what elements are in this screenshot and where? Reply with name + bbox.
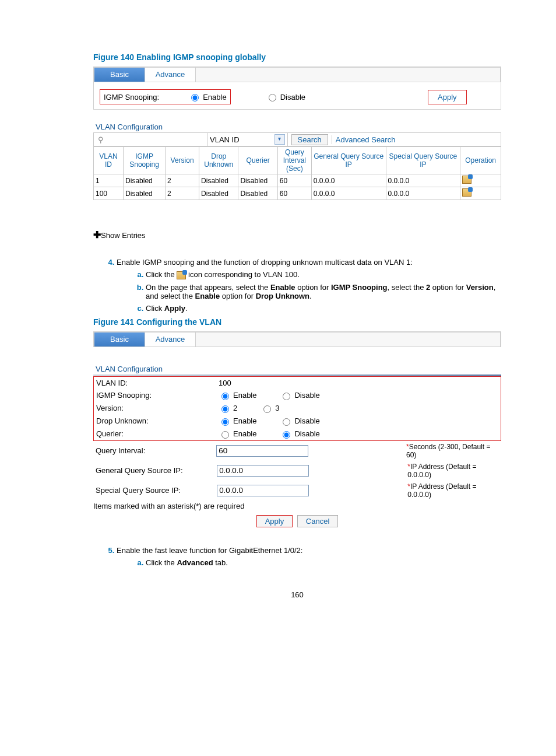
step-4a: Click the icon corresponding to VLAN 100…	[146, 270, 501, 279]
fig141-tabs: Basic Advance	[94, 332, 501, 346]
cell: Disabled	[238, 174, 277, 187]
th-drop: Drop Unknown	[199, 147, 238, 174]
figure-141-caption: Figure 141 Configuring the VLAN	[93, 317, 501, 327]
drop-unknown-label: Drop Unknown:	[94, 416, 219, 425]
table-row: 1 Disabled 2 Disabled Disabled 60 0.0.0.…	[94, 174, 501, 187]
edit-icon[interactable]	[462, 188, 471, 197]
gq-label: General Query Source IP:	[93, 466, 217, 475]
cell: 100	[94, 187, 124, 200]
advanced-search-link[interactable]: Advanced Search	[332, 135, 396, 144]
qi-help: Seconds (2-300, Default = 60)	[406, 443, 490, 459]
cell: 0.0.0.0	[311, 187, 386, 200]
tab-advance[interactable]: Advance	[145, 68, 196, 82]
search-col-label: VLAN ID	[210, 135, 240, 144]
step-4b: On the page that appears, select the Ena…	[146, 283, 501, 300]
cell: 1	[94, 174, 124, 187]
lbl: Enable	[233, 416, 256, 425]
drop-enable-radio[interactable]	[221, 418, 229, 426]
cell: Disabled	[124, 187, 166, 200]
igmp-disable-radio-141[interactable]	[283, 393, 290, 400]
vlan-table: VLAN ID IGMP Snooping Version Drop Unkno…	[93, 146, 501, 200]
search-row: ⚲ VLAN ID ▾ Search Advanced Search	[93, 132, 501, 146]
fig141-form: VLAN ID: 100 IGMP Snooping: Enable Disab…	[93, 376, 501, 528]
vlan-config-title-1: VLAN Configuration	[96, 123, 501, 131]
op-cell	[460, 187, 501, 200]
cell: 2	[166, 174, 199, 187]
query-interval-input[interactable]	[216, 445, 308, 457]
cell: Disabled	[199, 187, 238, 200]
cell: Disabled	[199, 174, 238, 187]
table-row: 100 Disabled 2 Disabled Disabled 60 0.0.…	[94, 187, 501, 200]
apply-button-fig141[interactable]: Apply	[256, 515, 293, 527]
igmp-snooping-label: IGMP Snooping:	[104, 93, 159, 102]
version-3-radio[interactable]	[263, 405, 271, 413]
step-4: Enable IGMP snooping and the function of…	[117, 258, 501, 313]
step-4c: Click Apply.	[146, 304, 501, 313]
apply-button-fig140[interactable]: Apply	[428, 90, 467, 104]
cell: 0.0.0.0	[311, 174, 386, 187]
gq-help: IP Address (Default = 0.0.0.0)	[407, 463, 476, 479]
querier-enable-radio[interactable]	[221, 431, 229, 439]
tab-basic[interactable]: Basic	[94, 68, 145, 82]
required-note: Items marked with an asterisk(*) are req…	[93, 501, 501, 514]
chevron-down-icon: ▾	[275, 134, 285, 145]
th-gq: General Query Source IP	[311, 147, 386, 174]
igmp-enable-lbl: Enable	[203, 93, 226, 102]
cell: 2	[166, 187, 199, 200]
cell: Disabled	[124, 174, 166, 187]
edit-icon[interactable]	[462, 176, 471, 184]
figure-140-caption: Figure 140 Enabling IGMP snooping global…	[93, 52, 501, 62]
search-button[interactable]: Search	[291, 134, 328, 145]
edit-icon	[177, 271, 186, 279]
drop-disable-radio[interactable]	[283, 418, 290, 426]
tab-basic-141[interactable]: Basic	[94, 332, 145, 346]
cell: 60	[277, 174, 311, 187]
querier-disable-radio[interactable]	[283, 431, 290, 439]
lbl: Disable	[294, 429, 319, 438]
th-version: Version	[166, 147, 199, 174]
fig140-tabs: Basic Advance	[94, 67, 501, 82]
th-querier: Querier	[238, 147, 277, 174]
version-label: Version:	[94, 404, 219, 412]
lbl: Enable	[233, 391, 256, 400]
th-vlan-id: VLAN ID	[94, 147, 124, 174]
sq-help: IP Address (Default = 0.0.0.0)	[407, 482, 476, 499]
search-icon: ⚲	[94, 135, 105, 144]
cancel-button-fig141[interactable]: Cancel	[297, 515, 338, 527]
fig140-panel: IGMP Snooping: Enable Disable Apply	[94, 82, 501, 109]
igmp-enable-radio-141[interactable]	[221, 393, 229, 400]
step-5: Enable the fast leave function for Gigab…	[117, 546, 501, 567]
cell: 60	[277, 187, 311, 200]
lbl: 2	[233, 404, 237, 412]
cell: 0.0.0.0	[386, 174, 460, 187]
cell: 0.0.0.0	[386, 187, 460, 200]
cell: Disabled	[238, 187, 277, 200]
th-sq: Special Query Source IP	[386, 147, 460, 174]
igmp-enable-radio[interactable]	[191, 94, 199, 102]
qi-label: Query Interval:	[93, 446, 216, 455]
show-entries-link[interactable]: ✚Show Entries	[93, 229, 501, 240]
page-number: 160	[93, 590, 501, 599]
op-cell	[460, 174, 501, 187]
tab-advance-141[interactable]: Advance	[145, 332, 196, 346]
igmp-enable-group: IGMP Snooping: Enable	[100, 89, 231, 104]
igmp-disable-lbl: Disable	[280, 93, 305, 102]
general-query-ip-input[interactable]	[217, 465, 309, 477]
igmp-disable-radio[interactable]	[269, 94, 276, 102]
step-5a: Click the Advanced tab.	[146, 558, 501, 567]
th-igmp: IGMP Snooping	[124, 147, 166, 174]
sq-label: Special Query Source IP:	[93, 486, 217, 495]
vlan-id-label: VLAN ID:	[94, 379, 219, 387]
th-op: Operation	[460, 147, 501, 174]
th-qi: Query Interval (Sec)	[277, 147, 311, 174]
lbl: Enable	[233, 429, 256, 438]
table-header-row: VLAN ID IGMP Snooping Version Drop Unkno…	[94, 147, 501, 174]
version-2-radio[interactable]	[221, 405, 229, 413]
querier-label: Querier:	[94, 429, 219, 438]
lbl: 3	[275, 404, 279, 412]
vlan-config-title-2: VLAN Configuration	[96, 365, 501, 373]
search-input[interactable]	[105, 133, 207, 146]
igmp-snoop-label: IGMP Snooping:	[94, 391, 219, 400]
special-query-ip-input[interactable]	[217, 485, 309, 496]
search-column-select[interactable]: VLAN ID ▾	[207, 133, 288, 146]
